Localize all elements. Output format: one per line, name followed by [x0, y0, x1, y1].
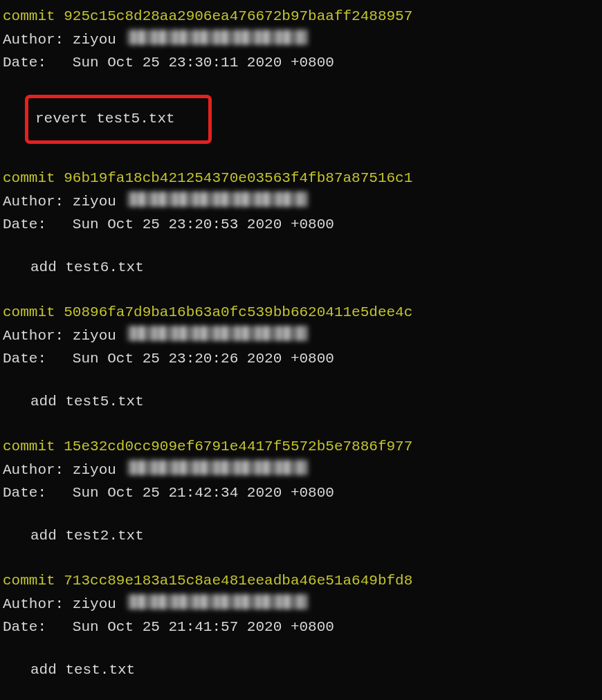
commit-message-block: revert test5.txt: [30, 95, 599, 145]
commit-message-block: add test5.txt: [30, 391, 599, 413]
commit-hash: 96b19fa18cb421254370e03563f4fb87a87516c1: [64, 170, 412, 186]
commit-hash-line: commit 713cc89e183a15c8ae481eeadba46e51a…: [3, 570, 599, 592]
author-line: Author: ziyou: [3, 191, 599, 213]
commit-message-block: add test6.txt: [30, 257, 599, 279]
commit-keyword: commit: [3, 573, 55, 589]
author-label: Author:: [3, 462, 64, 478]
author-line: Author: ziyou: [3, 459, 599, 481]
commit-message: add test5.txt: [30, 394, 144, 409]
commit-keyword: commit: [3, 439, 55, 454]
date-line: Date: Sun Oct 25 23:30:11 2020 +0800: [3, 52, 599, 74]
commit-entry: commit 96b19fa18cb421254370e03563f4fb87a…: [3, 167, 599, 278]
commit-message-block: add test.txt: [30, 659, 599, 681]
author-line: Author: ziyou: [3, 593, 599, 616]
date-line: Date: Sun Oct 25 23:20:26 2020 +0800: [3, 348, 599, 370]
highlight-box: revert test5.txt: [25, 95, 212, 145]
commit-hash-line: commit 50896fa7d9ba16b63a0fc539bb6620411…: [3, 302, 599, 324]
commit-hash-line: commit 15e32cd0cc909ef6791e4417f5572b5e7…: [3, 436, 599, 458]
date-label: Date:: [3, 55, 46, 71]
commit-entry: commit 50896fa7d9ba16b63a0fc539bb6620411…: [3, 302, 599, 412]
author-label: Author:: [3, 32, 64, 48]
commit-date: Sun Oct 25 23:20:26 2020 +0800: [73, 351, 334, 367]
commit-message: revert test5.txt: [35, 111, 175, 127]
commit-keyword: commit: [3, 8, 55, 24]
date-line: Date: Sun Oct 25 23:20:53 2020 +0800: [3, 214, 599, 236]
commit-date: Sun Oct 25 23:30:11 2020 +0800: [73, 55, 334, 71]
author-label: Author:: [3, 328, 64, 344]
commit-hash: 15e32cd0cc909ef6791e4417f5572b5e7886f977: [64, 439, 412, 454]
date-label: Date:: [3, 485, 46, 501]
commit-date: Sun Oct 25 21:41:57 2020 +0800: [73, 619, 334, 635]
commit-keyword: commit: [3, 170, 55, 186]
author-label: Author:: [3, 194, 64, 210]
commit-hash: 50896fa7d9ba16b63a0fc539bb6620411e5dee4c: [64, 304, 412, 320]
author-line: Author: ziyou: [3, 325, 599, 347]
date-label: Date:: [3, 351, 46, 367]
date-label: Date:: [3, 217, 46, 232]
commit-entry: commit 15e32cd0cc909ef6791e4417f5572b5e7…: [3, 436, 599, 546]
author-email-redacted: [127, 326, 307, 341]
author-line: Author: ziyou: [3, 29, 599, 51]
author-email-redacted: [127, 460, 307, 475]
author-name: ziyou: [73, 462, 116, 478]
commit-message: add test2.txt: [30, 528, 144, 544]
commit-date: Sun Oct 25 21:42:34 2020 +0800: [73, 485, 334, 501]
date-label: Date:: [3, 619, 46, 635]
author-email-redacted: [127, 594, 307, 609]
author-name: ziyou: [73, 194, 116, 210]
git-log-output: commit 925c15c8d28aa2906ea476672b97baaff…: [3, 6, 599, 681]
commit-message: add test.txt: [30, 662, 135, 678]
date-line: Date: Sun Oct 25 21:42:34 2020 +0800: [3, 482, 599, 504]
commit-hash-line: commit 925c15c8d28aa2906ea476672b97baaff…: [3, 6, 599, 28]
commit-date: Sun Oct 25 23:20:53 2020 +0800: [73, 217, 334, 232]
author-email-redacted: [127, 192, 307, 207]
author-label: Author:: [3, 596, 64, 612]
author-email-redacted: [127, 30, 307, 45]
commit-message: add test6.txt: [30, 259, 144, 275]
author-name: ziyou: [73, 32, 116, 48]
author-name: ziyou: [73, 596, 116, 612]
date-line: Date: Sun Oct 25 21:41:57 2020 +0800: [3, 616, 599, 638]
author-name: ziyou: [73, 328, 116, 344]
commit-entry: commit 925c15c8d28aa2906ea476672b97baaff…: [3, 6, 599, 144]
commit-keyword: commit: [3, 304, 55, 320]
commit-hash: 713cc89e183a15c8ae481eeadba46e51a649bfd8: [64, 573, 412, 589]
commit-entry: commit 713cc89e183a15c8ae481eeadba46e51a…: [3, 570, 599, 681]
commit-hash: 925c15c8d28aa2906ea476672b97baaff2488957: [64, 8, 412, 24]
commit-message-block: add test2.txt: [30, 525, 599, 547]
commit-hash-line: commit 96b19fa18cb421254370e03563f4fb87a…: [3, 167, 599, 190]
